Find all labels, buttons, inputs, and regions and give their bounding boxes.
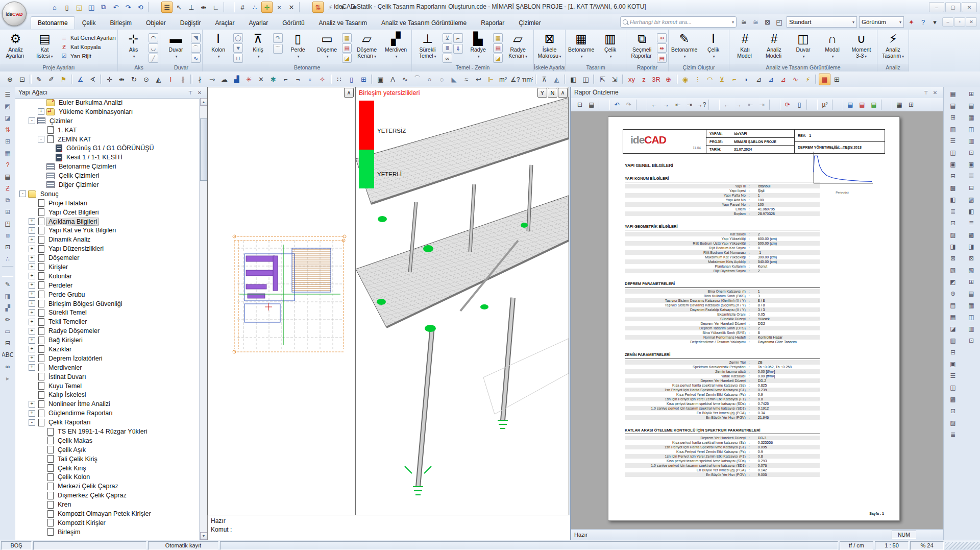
drawing-tool-icon[interactable] bbox=[676, 74, 678, 84]
curve-icon[interactable]: ∿ bbox=[790, 74, 801, 85]
raft-edge-button[interactable]: ▱ Radye Kenarı▾ bbox=[504, 31, 532, 62]
panel-tool-icon[interactable]: ▦ bbox=[965, 300, 978, 311]
close-icon[interactable]: ✕ bbox=[962, 2, 977, 12]
tree-expander[interactable]: + bbox=[29, 273, 35, 279]
table-settings-icon[interactable]: ▦ bbox=[894, 99, 905, 110]
tree-item[interactable]: + Perdeler bbox=[15, 281, 200, 290]
tree-item[interactable]: 1. KAT bbox=[15, 126, 200, 135]
tree-expander[interactable]: + bbox=[29, 346, 35, 352]
tree-item[interactable]: Çelik Kolon bbox=[15, 473, 200, 482]
section-icon[interactable]: Ƶ bbox=[2, 183, 14, 194]
analysis-settings-button[interactable]: ⚙ Analiz Ayarları bbox=[2, 31, 30, 62]
tree-toggle-icon[interactable]: ☰ bbox=[2, 89, 14, 100]
tree-item[interactable]: TS EN 1991-1-4 Rüzgar Yükleri bbox=[15, 427, 200, 436]
styles-icon[interactable]: ▤ bbox=[868, 99, 879, 110]
stairs-icon[interactable]: ▞ bbox=[2, 302, 14, 313]
raft-strip-icon[interactable]: ▤ bbox=[493, 43, 503, 53]
tree-expander[interactable]: + bbox=[29, 319, 35, 325]
panel-tool-icon[interactable]: ▤ bbox=[946, 100, 960, 111]
panel-tool-icon[interactable]: ▤ bbox=[965, 100, 978, 111]
panel-tool-icon[interactable]: ▩ bbox=[946, 182, 960, 194]
column-button[interactable]: Ⅰ Kolon ▾ bbox=[204, 31, 232, 62]
help-icon[interactable]: ? bbox=[918, 17, 928, 28]
panel-tool-icon[interactable]: ▥ bbox=[965, 323, 978, 334]
break-icon[interactable]: ✕ bbox=[255, 74, 267, 85]
tree-item[interactable]: + Sürekli Temel bbox=[15, 308, 200, 317]
tree-item[interactable]: Çelik Kiriş bbox=[15, 464, 200, 473]
ribbon-tab[interactable]: Ayarlar bbox=[241, 16, 275, 29]
panel-tool-icon[interactable]: ▩ bbox=[965, 229, 978, 241]
pen-icon[interactable]: ✎ bbox=[33, 74, 45, 85]
tree-item[interactable]: + Kirişler bbox=[15, 262, 200, 272]
analyze-icon[interactable]: ⚡ bbox=[802, 74, 814, 85]
ribbon-tab[interactable]: Birleşim bbox=[103, 16, 139, 29]
draw-slab-icon[interactable]: ✎ bbox=[2, 279, 14, 290]
home-icon[interactable]: ⌂ bbox=[49, 2, 60, 13]
mdi-minimize-icon[interactable]: – bbox=[942, 17, 953, 27]
panel-tool-icon[interactable]: ◧ bbox=[946, 194, 960, 205]
single-footing-icon[interactable]: ⊻ bbox=[443, 33, 452, 42]
tree-item[interactable]: Kalıp İskelesi bbox=[15, 391, 200, 400]
ribbon-tab[interactable]: Analiz ve Tasarım Görüntüleme bbox=[374, 16, 474, 29]
tree-expander[interactable]: - bbox=[38, 136, 44, 142]
diagram3-icon[interactable]: ⊿ bbox=[777, 74, 789, 85]
circle-icon[interactable]: ○ bbox=[424, 74, 435, 85]
ortho-icon[interactable]: ∟ bbox=[210, 2, 222, 13]
angle2-icon[interactable]: ∢ bbox=[87, 74, 99, 85]
panel-tool-icon[interactable]: ⊞ bbox=[946, 112, 960, 123]
close-icon[interactable]: ✕ bbox=[195, 88, 204, 97]
plan-view-2d[interactable]: ∧ bbox=[207, 87, 355, 516]
chart-icon[interactable]: ▟ bbox=[231, 74, 242, 85]
rotate-icon[interactable]: ↻ bbox=[128, 74, 140, 85]
paste-icon[interactable]: ⊞ bbox=[2, 206, 14, 217]
mini-area-icon[interactable]: mm² bbox=[522, 74, 533, 85]
panel-tool-icon[interactable]: ⊡ bbox=[946, 405, 960, 417]
concrete-drawing-button[interactable]: ✎ Betonarme ▾ bbox=[670, 31, 698, 62]
copy-icon[interactable]: ⧉ bbox=[2, 195, 14, 205]
pin-icon[interactable]: ⊤ bbox=[921, 88, 930, 97]
story-grid-icon[interactable]: ⊞ bbox=[2, 136, 14, 147]
tree-item[interactable]: Tali Çelik Kiriş bbox=[15, 455, 200, 464]
steel-drawing-button[interactable]: Ⅰ Çelik ▾ bbox=[699, 31, 727, 62]
copy-up-icon[interactable]: ◩ bbox=[2, 101, 14, 111]
extend-icon[interactable]: ⊸ bbox=[206, 74, 218, 85]
line-axis-icon[interactable]: ╱ bbox=[149, 54, 158, 63]
chapters-icon[interactable]: ▤ bbox=[856, 99, 868, 110]
next-section-icon[interactable]: → bbox=[733, 99, 744, 110]
panel-tool-icon[interactable]: ◪ bbox=[946, 323, 960, 334]
layer-state-combo[interactable]: Standart▾ bbox=[787, 16, 857, 28]
poly-column-icon[interactable]: ▼ bbox=[233, 43, 243, 53]
panel-tool-icon[interactable]: ⊕ bbox=[946, 288, 960, 299]
pile-icon[interactable]: Ⅲ bbox=[443, 43, 452, 53]
grid-icon[interactable]: ⊞ bbox=[358, 74, 370, 85]
print-preview-icon[interactable]: ⊡ bbox=[574, 99, 585, 110]
ribbon-group-label[interactable]: Analiz ve Tasarım Görüntüleme bbox=[729, 64, 877, 71]
ribbon-tab[interactable]: Çizimler bbox=[511, 16, 548, 29]
image-icon[interactable]: ▣ bbox=[375, 74, 386, 85]
tree-item[interactable]: Diğer Çizimler bbox=[15, 180, 200, 189]
dimension-icon[interactable]: ⇅ bbox=[312, 2, 324, 13]
ucs2-icon[interactable]: ⇲ bbox=[609, 74, 621, 85]
pane-collapse-icon[interactable]: ∧ bbox=[344, 88, 354, 98]
qat-icon[interactable] bbox=[224, 2, 235, 13]
tree-item[interactable]: + Kolonlar bbox=[15, 272, 200, 281]
panel-tool-icon[interactable]: ▧ bbox=[965, 265, 978, 276]
arc-icon[interactable]: ⌒ bbox=[411, 74, 423, 85]
tree-scrollbar[interactable]: ▲ ▼ bbox=[199, 98, 207, 540]
ribbon-group-label[interactable]: Analiz bbox=[877, 64, 909, 71]
next-page-icon[interactable]: → bbox=[660, 99, 672, 110]
tree-expander[interactable]: + bbox=[29, 401, 35, 408]
curved-beam-icon[interactable]: ⌒ bbox=[273, 44, 283, 54]
center-icon[interactable]: ⊙ bbox=[140, 74, 152, 85]
query-icon[interactable]: ? bbox=[2, 159, 14, 170]
report-import-icon[interactable]: ⇺ bbox=[657, 43, 667, 53]
minimize-icon[interactable]: – bbox=[929, 2, 944, 12]
frame-tool-icon[interactable]: ▭ bbox=[2, 326, 14, 337]
offset-icon[interactable]: ↩ bbox=[473, 74, 484, 85]
tree-item[interactable]: - Çizimler bbox=[15, 116, 200, 126]
solid-model-button[interactable]: # Katı Model bbox=[731, 31, 759, 62]
mdi-restore-icon[interactable]: ▫ bbox=[954, 17, 965, 27]
retaining-icon[interactable]: ⌐ bbox=[453, 33, 463, 43]
tree-item[interactable]: Betonarme Çizimleri bbox=[15, 162, 200, 171]
story-list-button[interactable]: ▤ Kat listesi▾ bbox=[31, 31, 59, 62]
